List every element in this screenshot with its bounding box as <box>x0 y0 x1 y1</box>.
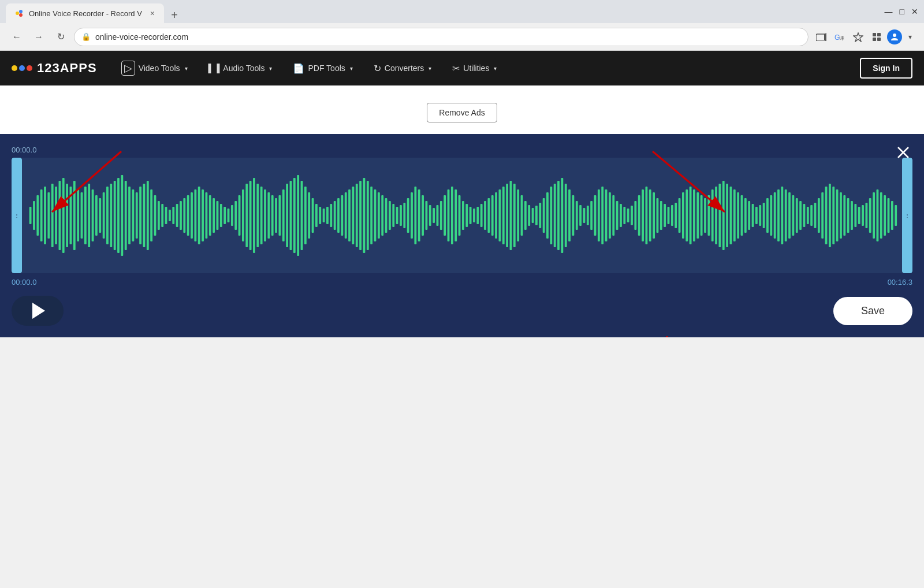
svg-rect-162 <box>568 189 571 241</box>
camera-icon[interactable] <box>813 29 829 45</box>
svg-rect-240 <box>854 204 856 227</box>
svg-rect-48 <box>150 189 152 241</box>
profile-arrow-icon[interactable]: ▾ <box>904 31 916 43</box>
svg-rect-144 <box>502 187 505 244</box>
svg-rect-174 <box>612 195 614 236</box>
svg-rect-26 <box>70 187 72 244</box>
svg-rect-164 <box>576 201 578 230</box>
svg-rect-165 <box>579 205 582 226</box>
svg-rect-224 <box>796 198 798 233</box>
svg-rect-17 <box>36 195 39 236</box>
nav-item-label-audio: Audio Tools <box>223 64 264 73</box>
svg-rect-74 <box>245 184 248 247</box>
nav-item-utilities[interactable]: ✂ Utilities ▾ <box>442 51 507 85</box>
svg-rect-171 <box>601 187 603 244</box>
svg-rect-213 <box>755 207 758 224</box>
svg-rect-149 <box>521 195 523 236</box>
converters-icon: ↻ <box>374 63 381 74</box>
window-controls: — □ ✕ <box>885 7 918 16</box>
svg-rect-121 <box>418 189 420 241</box>
svg-rect-203 <box>719 184 721 247</box>
save-button[interactable]: Save <box>833 297 912 325</box>
svg-rect-82 <box>275 198 277 233</box>
bookmark-icon[interactable] <box>850 29 866 45</box>
remove-ads-button[interactable]: Remove Ads <box>427 103 497 122</box>
signin-button[interactable]: Sign In <box>860 58 912 79</box>
svg-rect-158 <box>554 184 556 247</box>
tab-close-btn[interactable]: × <box>150 9 155 18</box>
svg-rect-128 <box>444 195 446 236</box>
svg-rect-139 <box>484 201 486 230</box>
nav-item-video-tools[interactable]: ▷ Video Tools ▾ <box>111 51 198 85</box>
svg-rect-204 <box>722 181 725 250</box>
svg-rect-176 <box>620 204 622 227</box>
trim-handle-right[interactable]: ⋮ <box>902 158 912 273</box>
svg-rect-114 <box>392 204 394 227</box>
svg-marker-4 <box>824 33 826 41</box>
nav-item-converters[interactable]: ↻ Converters ▾ <box>363 51 442 85</box>
nav-item-audio-tools[interactable]: ▌▐ Audio Tools ▾ <box>198 51 283 85</box>
svg-rect-67 <box>220 204 222 227</box>
forward-button[interactable]: → <box>30 28 47 46</box>
svg-rect-116 <box>400 205 402 226</box>
back-button[interactable]: ← <box>8 28 25 46</box>
svg-rect-43 <box>132 189 135 241</box>
trim-handle-left[interactable]: ⋮ <box>12 158 22 273</box>
svg-rect-225 <box>799 201 802 230</box>
logo-dot-yellow <box>12 65 17 71</box>
svg-rect-148 <box>517 189 519 241</box>
converters-chevron: ▾ <box>429 65 431 72</box>
svg-rect-200 <box>707 195 710 236</box>
svg-rect-59 <box>191 192 193 239</box>
svg-rect-217 <box>770 195 772 236</box>
svg-rect-133 <box>462 201 464 230</box>
refresh-button[interactable]: ↻ <box>52 28 69 46</box>
translate-icon[interactable]: G 译 <box>832 29 848 45</box>
svg-rect-205 <box>726 184 728 247</box>
logo-dot-blue <box>19 65 25 71</box>
address-bar[interactable]: 🔒 online-voice-recorder.com <box>74 28 808 46</box>
profile-icon[interactable] <box>887 29 902 44</box>
svg-rect-140 <box>487 198 490 233</box>
svg-rect-97 <box>330 204 332 227</box>
app-logo[interactable]: 123APPS <box>12 61 97 76</box>
play-button[interactable] <box>12 296 64 326</box>
minimize-button[interactable]: — <box>885 7 893 16</box>
svg-rect-242 <box>862 205 864 226</box>
svg-rect-61 <box>198 187 200 244</box>
active-tab[interactable]: Online Voice Recorder - Record V × <box>6 3 164 23</box>
svg-rect-199 <box>704 198 706 233</box>
svg-rect-130 <box>451 187 453 244</box>
new-tab-button[interactable]: + <box>166 7 182 23</box>
svg-rect-137 <box>476 207 479 224</box>
svg-rect-50 <box>158 201 160 230</box>
svg-rect-151 <box>528 205 530 226</box>
nav-menu: ▷ Video Tools ▾ ▌▐ Audio Tools ▾ 📄 PDF T… <box>111 51 860 85</box>
extensions-icon[interactable] <box>869 29 885 45</box>
svg-rect-230 <box>818 198 820 233</box>
svg-rect-229 <box>814 203 817 228</box>
svg-rect-102 <box>348 189 351 241</box>
svg-rect-185 <box>653 192 655 239</box>
svg-rect-127 <box>440 201 442 230</box>
maximize-button[interactable]: □ <box>900 7 904 16</box>
svg-rect-90 <box>304 187 307 244</box>
play-icon <box>32 303 45 319</box>
svg-rect-25 <box>66 184 68 247</box>
logo-text: 123APPS <box>37 61 97 76</box>
close-editor-button[interactable] <box>894 143 912 162</box>
waveform-container[interactable]: ⋮ ⋮ <box>12 158 912 273</box>
nav-item-pdf-tools[interactable]: 📄 PDF Tools ▾ <box>282 51 363 85</box>
logo-dots <box>12 65 32 71</box>
svg-rect-58 <box>187 195 189 236</box>
svg-rect-33 <box>95 195 98 236</box>
svg-rect-131 <box>454 189 457 241</box>
time-end-bottom: 00:16.3 <box>888 278 912 286</box>
svg-rect-168 <box>590 201 593 230</box>
svg-rect-24 <box>62 178 65 253</box>
svg-rect-72 <box>239 195 241 236</box>
svg-rect-211 <box>748 201 750 230</box>
svg-rect-35 <box>103 192 105 239</box>
svg-rect-15 <box>29 207 32 224</box>
close-window-button[interactable]: ✕ <box>911 7 918 16</box>
